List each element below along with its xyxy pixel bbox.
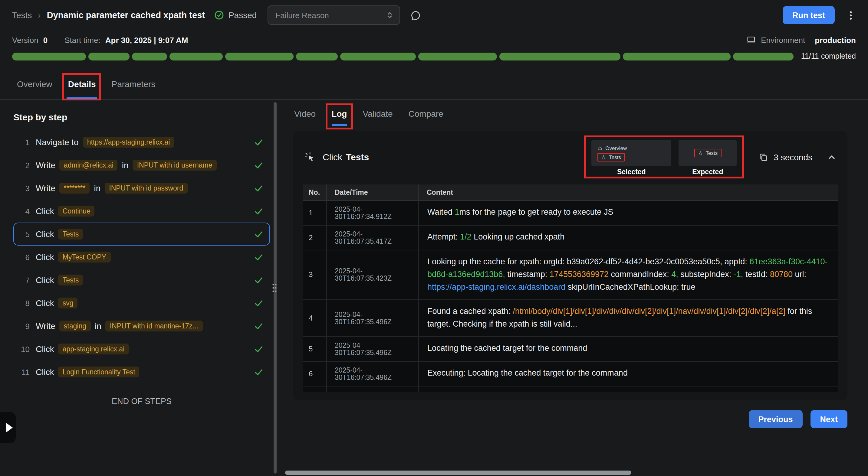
- command-title: ClickTests: [322, 152, 369, 162]
- step-target-badge: staging: [60, 320, 91, 332]
- version-value: 0: [43, 35, 48, 44]
- step-row[interactable]: 3Write********inINPUT with id password: [13, 177, 270, 200]
- screenshot-thumbnail[interactable]: OverviewTestsSelected: [591, 140, 671, 175]
- stage: Tests › Dynamic parameter cached xpath t…: [0, 0, 868, 476]
- tab-details[interactable]: Details: [68, 79, 96, 90]
- thumbnail-caption: Expected: [692, 168, 723, 175]
- thumbnail-image: OverviewTests: [591, 140, 671, 166]
- log-row-content: Attempt: 1/2 Looking up cached xpath: [419, 226, 838, 250]
- comment-icon[interactable]: [410, 9, 421, 21]
- detail-tab-video[interactable]: Video: [294, 108, 316, 120]
- nav-item-label: Overview: [605, 145, 627, 151]
- environment-label: Environment: [761, 35, 805, 44]
- step-row[interactable]: 6ClickMyTest COPY: [13, 245, 270, 269]
- step-action-text: Write: [36, 321, 55, 331]
- step-row[interactable]: 10Clickapp-staging.relicx.ai: [13, 338, 270, 361]
- step-row[interactable]: 9WritestaginginINPUT with id mantine-17z…: [13, 314, 270, 338]
- log-row-content: Locating the cached target for the comma…: [419, 337, 838, 361]
- detail-tab-log[interactable]: Log: [332, 108, 347, 120]
- step-row[interactable]: 4ClickContinue: [13, 200, 270, 223]
- tab-overview[interactable]: Overview: [17, 79, 52, 90]
- log-text-segment: 1745536369972: [550, 270, 609, 279]
- log-text-segment: 1: [455, 207, 459, 216]
- log-row-time: 2025-04-30T16:07:35.496Z: [327, 300, 419, 336]
- step-number: 1: [18, 138, 30, 147]
- breadcrumb-tests[interactable]: Tests: [12, 10, 32, 20]
- run-test-button[interactable]: Run test: [783, 6, 835, 24]
- breadcrumb-separator: ›: [38, 10, 40, 20]
- step-number: 4: [18, 207, 30, 216]
- log-text-segment: 80780: [770, 270, 793, 279]
- end-of-steps-label: END OF STEPS: [13, 397, 270, 406]
- step-action-text: Click: [36, 229, 54, 239]
- step-content: Clickapp-staging.relicx.ai: [36, 344, 249, 354]
- copy-icon[interactable]: [758, 152, 768, 162]
- step-target-badge: INPUT with id mantine-17z...: [105, 320, 203, 332]
- progress-segment: [733, 52, 794, 60]
- thumb-nav-item: Tests: [694, 149, 721, 157]
- step-number: 6: [18, 252, 30, 262]
- detail-tab-compare[interactable]: Compare: [409, 108, 443, 120]
- horizontal-scrollbar[interactable]: [285, 471, 631, 475]
- step-number: 11: [18, 367, 30, 376]
- steps-list: 1Navigate tohttps://app-staging.relicx.a…: [13, 131, 270, 383]
- step-number: 7: [18, 275, 30, 284]
- check-icon: [254, 367, 263, 376]
- tab-parameters[interactable]: Parameters: [112, 79, 156, 90]
- log-text-segment: Locating the cached target for the comma…: [427, 343, 587, 352]
- step-row[interactable]: 1Navigate tohttps://app-staging.relicx.a…: [13, 131, 270, 154]
- failure-reason-select[interactable]: Failure Reason: [268, 5, 400, 25]
- tab-label: Parameters: [112, 79, 156, 89]
- meta-row: Version 0 Start time: Apr 30, 2025 | 9:0…: [0, 30, 868, 45]
- passed-check-icon: [215, 10, 224, 20]
- flask-icon: [698, 150, 703, 156]
- step-target-badge: app-staging.relicx.ai: [58, 344, 129, 354]
- step-row[interactable]: 2Writeadmin@relicx.aiinINPUT with id use…: [13, 154, 270, 177]
- step-action-text: in: [95, 321, 101, 331]
- log-row-time: 2025-04-30T16:07:35.417Z: [327, 226, 419, 250]
- click-pointer-icon: [304, 151, 315, 163]
- step-number: 10: [18, 344, 30, 353]
- nav-item-label: Tests: [706, 150, 718, 156]
- steps-panel-title: Step by step: [13, 112, 270, 122]
- screenshot-thumbnail[interactable]: TestsExpected: [679, 140, 737, 175]
- step-action-text: Write: [36, 160, 55, 170]
- step-content: ClickContinue: [36, 206, 249, 216]
- step-number: 8: [18, 299, 30, 308]
- step-row[interactable]: 5ClickTests: [13, 223, 270, 245]
- panel-resize-grip[interactable]: [272, 283, 277, 293]
- step-content: ClickTests: [36, 275, 249, 285]
- check-icon: [254, 344, 263, 353]
- log-card: ClickTests OverviewTestsSelectedTestsExp…: [293, 131, 847, 400]
- step-content: Write********inINPUT with id password: [36, 183, 249, 194]
- step-row[interactable]: 8Clicksvg: [13, 292, 270, 314]
- thumb-nav-item: Tests: [597, 153, 625, 161]
- log-row-time: 2025-04-30T16:07:35.496Z: [327, 337, 419, 361]
- step-row[interactable]: 11ClickLogin Functionality Test: [13, 361, 270, 383]
- progress-segment: [418, 52, 497, 60]
- sidebar-expand-handle[interactable]: [0, 412, 16, 443]
- log-row: 22025-04-30T16:07:35.417ZAttempt: 1/2 Lo…: [303, 226, 838, 250]
- log-text-segment: Attempt:: [427, 232, 460, 241]
- log-row-content: Looking up the cache for xpath: orgId: b…: [419, 250, 838, 299]
- step-row[interactable]: 7ClickTests: [13, 269, 270, 292]
- step-action-text: Click: [36, 344, 54, 354]
- house-icon: [597, 145, 602, 150]
- next-button[interactable]: Next: [810, 410, 847, 428]
- tab-label: Compare: [409, 109, 443, 118]
- step-target-badge: Tests: [58, 275, 83, 285]
- chevron-up-icon[interactable]: [827, 152, 837, 162]
- progress-segment: [170, 52, 223, 60]
- log-row-content: Executing: Locating the cached target fo…: [419, 362, 838, 385]
- previous-button[interactable]: Previous: [748, 410, 802, 428]
- environment-value: production: [815, 35, 856, 44]
- log-table-body[interactable]: 12025-04-30T16:07:34.912ZWaited 1ms for …: [303, 201, 838, 392]
- step-number: 2: [18, 161, 30, 170]
- step-action-text: Click: [36, 298, 54, 308]
- log-row-number: 6: [303, 362, 327, 385]
- log-table: No.Date/TimeContent 12025-04-30T16:07:34…: [303, 184, 838, 392]
- log-row-time: 2025-04-30T16:07:35.496Z: [327, 362, 419, 385]
- detail-tab-validate[interactable]: Validate: [363, 108, 393, 120]
- log-text-segment: -1,: [734, 270, 743, 279]
- more-menu-icon[interactable]: [846, 10, 856, 20]
